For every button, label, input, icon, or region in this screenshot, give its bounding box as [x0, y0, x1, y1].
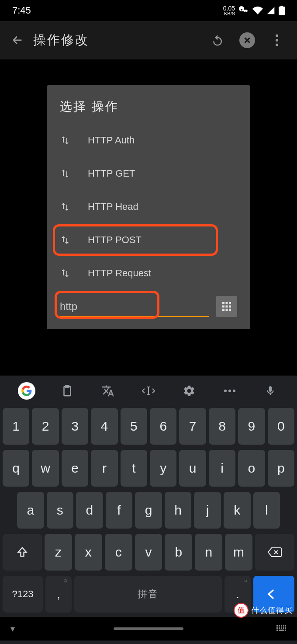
- svg-rect-11: [222, 309, 224, 311]
- keyboard-toolbar: [0, 376, 297, 406]
- key-c[interactable]: c: [105, 534, 132, 571]
- svg-rect-31: [285, 630, 286, 631]
- key-f[interactable]: f: [106, 492, 133, 529]
- svg-rect-5: [222, 302, 224, 304]
- signal-icon: [266, 6, 275, 15]
- key-e[interactable]: e: [62, 450, 88, 487]
- grid-view-button[interactable]: [216, 296, 237, 317]
- svg-rect-12: [226, 309, 228, 311]
- text-cursor-button[interactable]: [136, 379, 161, 403]
- google-logo-button[interactable]: [14, 379, 39, 403]
- key-5[interactable]: 5: [121, 408, 147, 445]
- swap-icon: [60, 135, 88, 146]
- space-key[interactable]: 拼音: [74, 576, 222, 613]
- filter-input[interactable]: [60, 298, 209, 317]
- option-row[interactable]: HTTP Head: [47, 190, 250, 223]
- nav-back-icon[interactable]: ▾: [10, 623, 15, 634]
- key-z[interactable]: z: [45, 534, 72, 571]
- option-label: HTTP Request: [88, 268, 151, 279]
- key-6[interactable]: 6: [150, 408, 176, 445]
- key-b[interactable]: b: [165, 534, 192, 571]
- app-bar: 操作修改: [0, 21, 297, 59]
- wifi-icon: [252, 5, 263, 16]
- key-m[interactable]: m: [225, 534, 252, 571]
- key-8[interactable]: 8: [209, 408, 235, 445]
- key-l[interactable]: l: [253, 492, 280, 529]
- svg-rect-1: [280, 6, 283, 7]
- voice-input-button[interactable]: [258, 379, 283, 403]
- key-t[interactable]: t: [121, 450, 147, 487]
- key-9[interactable]: 9: [238, 408, 265, 445]
- main-content: 选择 操作 HTTP Auth HTTP GET HTTP Head HTTP …: [0, 59, 297, 388]
- key-4[interactable]: 4: [91, 408, 117, 445]
- nav-pill[interactable]: [114, 627, 183, 630]
- clipboard-button[interactable]: [55, 379, 79, 403]
- more-button[interactable]: [218, 379, 242, 403]
- svg-rect-13: [229, 309, 231, 311]
- close-button[interactable]: [238, 31, 257, 50]
- undo-button[interactable]: [208, 31, 227, 50]
- backspace-key[interactable]: [255, 534, 294, 571]
- settings-button[interactable]: [177, 379, 201, 403]
- key-y[interactable]: y: [150, 450, 176, 487]
- key-x[interactable]: x: [75, 534, 102, 571]
- option-row[interactable]: HTTP POST: [47, 223, 250, 257]
- key-d[interactable]: d: [76, 492, 103, 529]
- keyboard-switch-icon[interactable]: [276, 625, 287, 633]
- svg-rect-19: [276, 625, 278, 627]
- svg-rect-26: [281, 627, 282, 629]
- svg-rect-29: [276, 630, 278, 631]
- watermark: 值 什么值得买: [234, 603, 293, 618]
- key-o[interactable]: o: [238, 450, 265, 487]
- key-a[interactable]: a: [17, 492, 44, 529]
- key-w[interactable]: w: [32, 450, 59, 487]
- option-row[interactable]: HTTP Request: [47, 257, 250, 290]
- shift-key[interactable]: [3, 534, 42, 571]
- key-r[interactable]: r: [91, 450, 117, 487]
- symbols-key[interactable]: ?123: [3, 576, 43, 613]
- key-p[interactable]: p: [268, 450, 294, 487]
- svg-rect-22: [283, 625, 284, 627]
- key-7[interactable]: 7: [179, 408, 206, 445]
- svg-rect-21: [281, 625, 282, 627]
- key-s[interactable]: s: [47, 492, 74, 529]
- key-v[interactable]: v: [135, 534, 162, 571]
- svg-rect-27: [283, 627, 284, 629]
- status-bar: 7:45 0.05 KB/S: [0, 0, 297, 21]
- translate-button[interactable]: [96, 379, 120, 403]
- key-q[interactable]: q: [3, 450, 29, 487]
- svg-point-16: [224, 390, 227, 392]
- key-n[interactable]: n: [195, 534, 222, 571]
- option-label: HTTP POST: [88, 234, 142, 246]
- key-3[interactable]: 3: [62, 408, 88, 445]
- swap-icon: [60, 202, 88, 212]
- watermark-badge: 值: [234, 603, 249, 618]
- svg-point-2: [276, 35, 278, 37]
- svg-rect-0: [279, 7, 285, 15]
- svg-rect-8: [222, 306, 224, 308]
- key-u[interactable]: u: [179, 450, 206, 487]
- svg-rect-25: [279, 627, 280, 629]
- svg-rect-23: [285, 625, 286, 627]
- svg-rect-20: [279, 625, 280, 627]
- key-0[interactable]: 0: [268, 408, 294, 445]
- key-icon: [238, 5, 249, 16]
- key-g[interactable]: g: [135, 492, 162, 529]
- key-2[interactable]: 2: [32, 408, 59, 445]
- comma-key[interactable]: ☺ ,: [45, 576, 72, 613]
- key-1[interactable]: 1: [3, 408, 29, 445]
- key-i[interactable]: i: [209, 450, 235, 487]
- swap-icon: [60, 235, 88, 245]
- svg-rect-30: [279, 630, 284, 631]
- key-k[interactable]: k: [224, 492, 251, 529]
- option-row[interactable]: HTTP Auth: [47, 124, 250, 157]
- back-button[interactable]: [5, 28, 30, 52]
- status-time: 7:45: [12, 5, 31, 16]
- key-h[interactable]: h: [165, 492, 192, 529]
- swap-icon: [60, 268, 88, 278]
- navigation-bar: ▾: [0, 617, 297, 641]
- option-label: HTTP Auth: [88, 135, 135, 146]
- overflow-menu-button[interactable]: [267, 31, 287, 50]
- option-row[interactable]: HTTP GET: [47, 157, 250, 190]
- key-j[interactable]: j: [194, 492, 221, 529]
